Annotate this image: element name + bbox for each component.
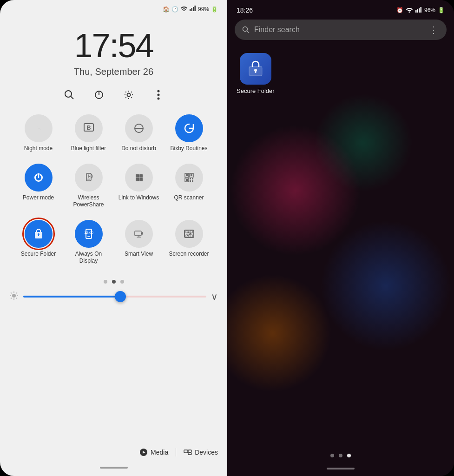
- secure-folder-app[interactable]: Secure Folder: [237, 53, 275, 94]
- dot-3[interactable]: [120, 280, 124, 284]
- devices-button[interactable]: Devices: [184, 448, 218, 456]
- home-icon: 🏠: [163, 6, 170, 13]
- qr-scanner-label: QR scanner: [174, 194, 204, 202]
- brightness-row[interactable]: ∨: [0, 291, 227, 303]
- screen-recorder-icon[interactable]: [175, 220, 203, 248]
- svg-rect-62: [419, 8, 420, 13]
- svg-rect-61: [417, 9, 418, 13]
- clock-area: 17:54 Thu, September 26: [74, 26, 153, 77]
- link-to-windows-icon[interactable]: [125, 164, 153, 192]
- wireless-powershare-label: Wireless PowerShare: [66, 194, 112, 209]
- bixby-routines-icon[interactable]: [175, 114, 203, 142]
- svg-rect-58: [188, 450, 191, 452]
- left-panel: 🏠 🕐 99% 🔋 17:54 Thu, September 26: [0, 0, 227, 476]
- brightness-slider[interactable]: [23, 296, 206, 298]
- bixby-routines-label: Bixby Routines: [170, 145, 207, 152]
- svg-rect-30: [190, 178, 191, 179]
- blue-light-filter-icon[interactable]: B: [75, 114, 103, 142]
- do-not-disturb-icon[interactable]: [125, 114, 153, 142]
- brightness-icon: [9, 291, 19, 303]
- dot-r-2[interactable]: [339, 454, 342, 457]
- status-bar-left: 🏠 🕐 99% 🔋: [0, 0, 227, 13]
- svg-point-8: [127, 93, 130, 97]
- smart-view-icon[interactable]: [125, 220, 153, 248]
- qs-qr-scanner[interactable]: QR scanner: [166, 164, 212, 209]
- svg-rect-0: [190, 9, 191, 11]
- finder-more-button[interactable]: ⋮: [429, 24, 439, 35]
- svg-rect-32: [190, 180, 191, 182]
- devices-label: Devices: [195, 449, 218, 456]
- secure-folder-icon[interactable]: [25, 220, 53, 248]
- smart-view-label: Smart View: [125, 251, 153, 258]
- do-not-disturb-label: Do not disturb: [121, 145, 156, 152]
- qs-screen-recorder[interactable]: Screen recorder: [166, 220, 212, 265]
- dot-r-1[interactable]: [330, 454, 334, 457]
- svg-line-52: [16, 298, 17, 299]
- svg-rect-25: [186, 174, 188, 176]
- night-mode-icon[interactable]: [25, 114, 53, 142]
- secure-folder-app-icon[interactable]: [240, 53, 271, 85]
- svg-point-4: [65, 91, 72, 97]
- brightness-thumb[interactable]: [115, 291, 126, 302]
- qs-bixby-routines[interactable]: Bixby Routines: [166, 114, 212, 152]
- battery-icon: 🔋: [211, 6, 218, 13]
- svg-rect-69: [255, 71, 256, 73]
- nav-bar-right: [327, 468, 355, 469]
- status-bar-right: 18:26 ⏰ 96% 🔋: [227, 0, 454, 16]
- qs-blue-light-filter[interactable]: B Blue light filter: [66, 114, 112, 152]
- qs-secure-folder[interactable]: Secure Folder: [15, 220, 62, 265]
- more-options-button[interactable]: [150, 86, 167, 103]
- svg-rect-27: [191, 174, 192, 176]
- screen-recorder-label: Screen recorder: [169, 251, 209, 258]
- svg-text:12:00: 12:00: [84, 231, 93, 235]
- power-mode-label: Power mode: [23, 194, 54, 202]
- svg-rect-43: [190, 231, 192, 233]
- dot-r-3[interactable]: [347, 454, 351, 457]
- qr-scanner-icon[interactable]: [175, 164, 203, 192]
- bottom-divider: [176, 448, 176, 456]
- wifi-icon-r: [406, 7, 413, 14]
- svg-rect-22: [136, 178, 139, 181]
- svg-line-53: [16, 292, 17, 293]
- finder-search-bar[interactable]: Finder search ⋮: [235, 20, 447, 40]
- qs-do-not-disturb[interactable]: Do not disturb: [116, 114, 162, 152]
- qs-link-to-windows[interactable]: Link to Windows: [116, 164, 162, 209]
- svg-rect-35: [38, 234, 39, 236]
- svg-rect-1: [191, 8, 192, 11]
- dot-2[interactable]: [112, 280, 116, 284]
- qs-smart-view[interactable]: Smart View: [116, 220, 162, 265]
- right-panel: 18:26 ⏰ 96% 🔋 Finder search ⋮: [227, 0, 454, 476]
- action-row: [61, 86, 167, 103]
- app-grid: Secure Folder: [227, 44, 454, 104]
- qs-power-mode[interactable]: Power mode: [15, 164, 62, 209]
- brightness-expand-button[interactable]: ∨: [211, 291, 218, 302]
- signal-icon-r: [415, 7, 422, 14]
- clock-date: Thu, September 26: [74, 66, 153, 77]
- status-icons-left: 🏠 🕐 99% 🔋: [163, 6, 218, 13]
- svg-rect-29: [186, 179, 188, 181]
- bottom-dots-right: [330, 454, 351, 457]
- search-icon-r: [242, 26, 250, 33]
- always-on-display-icon[interactable]: 12:00: [75, 220, 103, 248]
- page-dots: [104, 280, 124, 284]
- dot-1[interactable]: [104, 280, 107, 284]
- power-mode-icon[interactable]: [25, 164, 53, 192]
- svg-rect-57: [184, 450, 188, 453]
- alarm-icon-r: ⏰: [396, 7, 403, 13]
- qs-always-on-display[interactable]: 12:00 Always On Display: [66, 220, 112, 265]
- link-to-windows-label: Link to Windows: [118, 194, 159, 202]
- svg-rect-59: [188, 453, 191, 455]
- svg-line-65: [247, 31, 249, 33]
- media-button[interactable]: Media: [139, 448, 168, 456]
- battery-pct: 99%: [198, 6, 209, 13]
- qs-wireless-powershare[interactable]: Wireless PowerShare: [66, 164, 112, 209]
- svg-rect-3: [194, 6, 196, 11]
- settings-button[interactable]: [120, 86, 137, 103]
- qs-night-mode[interactable]: Night mode: [15, 114, 62, 152]
- time-right: 18:26: [237, 7, 253, 14]
- quick-settings-grid: Night mode B Blue light filter Do not di…: [15, 114, 212, 276]
- svg-rect-2: [193, 7, 194, 11]
- power-button[interactable]: [91, 86, 107, 103]
- wireless-powershare-icon[interactable]: [75, 164, 103, 192]
- search-button[interactable]: [61, 86, 78, 103]
